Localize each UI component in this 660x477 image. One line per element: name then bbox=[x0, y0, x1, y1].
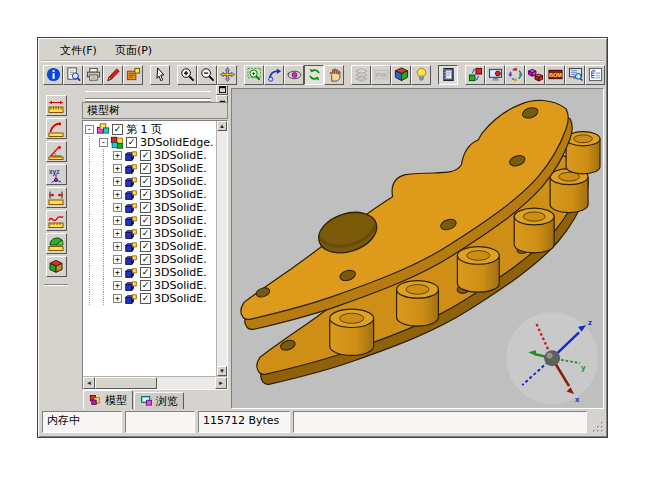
tree-node[interactable]: -✓3DSolidEdge. bbox=[85, 136, 216, 149]
tree-vertical-scrollbar[interactable]: ▲ ▼ bbox=[216, 121, 227, 376]
zoom-out-button[interactable] bbox=[197, 65, 217, 85]
cube-3d-button[interactable] bbox=[391, 65, 411, 85]
measure-coordinate-button[interactable]: xyz bbox=[46, 164, 67, 185]
printer-button[interactable] bbox=[83, 65, 103, 85]
zoom-window-button[interactable] bbox=[244, 65, 264, 85]
3d-model-canvas[interactable]: zxy bbox=[232, 89, 603, 408]
tree-node-label[interactable]: 3DSolidE. bbox=[154, 175, 207, 188]
spin-animation-button[interactable] bbox=[505, 65, 525, 85]
node-visibility-checkbox[interactable]: ✓ bbox=[140, 267, 151, 278]
node-visibility-checkbox[interactable]: ✓ bbox=[140, 163, 151, 174]
menu-item-2[interactable]: 页面(P) bbox=[108, 42, 159, 59]
measure-curve-button[interactable] bbox=[46, 210, 67, 231]
panel-drag-grip[interactable] bbox=[85, 91, 211, 99]
scrollbar-thumb[interactable] bbox=[95, 377, 157, 389]
pan-hand-button[interactable] bbox=[324, 65, 344, 85]
export-button[interactable] bbox=[123, 65, 143, 85]
tab-模型[interactable]: 模型 bbox=[83, 390, 133, 409]
expand-node-button[interactable]: + bbox=[113, 190, 122, 199]
scroll-left-button[interactable]: ◄ bbox=[83, 377, 95, 389]
expand-node-button[interactable]: + bbox=[113, 229, 122, 238]
tree-node-label[interactable]: 3DSolidEdge. bbox=[140, 136, 213, 149]
expand-node-button[interactable]: + bbox=[113, 216, 122, 225]
layers-button[interactable] bbox=[351, 65, 371, 85]
tree-node-label[interactable]: 3DSolidE. bbox=[154, 188, 207, 201]
lightbulb-button[interactable] bbox=[411, 65, 431, 85]
node-visibility-checkbox[interactable]: ✓ bbox=[140, 150, 151, 161]
measure-angle-button[interactable] bbox=[46, 141, 67, 162]
collapse-node-button[interactable]: - bbox=[99, 138, 108, 147]
expand-node-button[interactable]: + bbox=[113, 177, 122, 186]
tree-node[interactable]: +✓3DSolidE. bbox=[85, 162, 216, 175]
expand-node-button[interactable]: + bbox=[113, 281, 122, 290]
tree-node-label[interactable]: 3DSolidE. bbox=[154, 292, 207, 305]
node-visibility-checkbox[interactable]: ✓ bbox=[140, 293, 151, 304]
pan-arrows-button[interactable] bbox=[217, 65, 237, 85]
info-button[interactable] bbox=[43, 65, 63, 85]
orbit-rotate-button[interactable] bbox=[284, 65, 304, 85]
scroll-right-button[interactable]: ► bbox=[215, 377, 227, 389]
tree-node[interactable]: +✓3DSolidE. bbox=[85, 227, 216, 240]
zoom-dynamic-button[interactable] bbox=[264, 65, 284, 85]
refresh-button[interactable] bbox=[304, 65, 324, 85]
tree-node[interactable]: -✓第 1 页 bbox=[85, 123, 216, 136]
tree-node-label[interactable]: 3DSolidE. bbox=[154, 266, 207, 279]
tree-node[interactable]: +✓3DSolidE. bbox=[85, 292, 216, 305]
notebook-button[interactable] bbox=[438, 65, 458, 85]
tree-node[interactable]: +✓3DSolidE. bbox=[85, 253, 216, 266]
select-cursor-button[interactable] bbox=[150, 65, 170, 85]
scrollbar-track[interactable] bbox=[157, 377, 215, 389]
tree-node[interactable]: +✓3DSolidE. bbox=[85, 266, 216, 279]
expand-node-button[interactable]: + bbox=[113, 294, 122, 303]
menu-item-1[interactable]: 文件(F) bbox=[53, 42, 104, 59]
measure-arc-button[interactable] bbox=[46, 118, 67, 139]
node-visibility-checkbox[interactable]: ✓ bbox=[112, 124, 123, 135]
node-visibility-checkbox[interactable]: ✓ bbox=[140, 228, 151, 239]
render-monitor-button[interactable] bbox=[485, 65, 505, 85]
tree-node[interactable]: +✓3DSolidE. bbox=[85, 214, 216, 227]
node-visibility-checkbox[interactable]: ✓ bbox=[140, 189, 151, 200]
preview-monitor-button[interactable] bbox=[565, 65, 585, 85]
expand-node-button[interactable]: + bbox=[113, 242, 122, 251]
tree-node-label[interactable]: 3DSolidE. bbox=[154, 149, 207, 162]
node-visibility-checkbox[interactable]: ✓ bbox=[140, 176, 151, 187]
tree-node-label[interactable]: 3DSolidE. bbox=[154, 253, 207, 266]
tree-node-label[interactable]: 3DSolidE. bbox=[154, 240, 207, 253]
tree-node-label[interactable]: 第 1 页 bbox=[126, 122, 162, 137]
tab-浏览[interactable]: 浏览 bbox=[134, 392, 184, 409]
viewport-3d[interactable]: zxy bbox=[231, 88, 604, 409]
measure-distance-button[interactable] bbox=[46, 95, 67, 116]
tree-node[interactable]: +✓3DSolidE. bbox=[85, 175, 216, 188]
float-panel-button[interactable] bbox=[216, 85, 228, 95]
expand-node-button[interactable]: + bbox=[113, 203, 122, 212]
node-visibility-checkbox[interactable]: ✓ bbox=[140, 202, 151, 213]
node-visibility-checkbox[interactable]: ✓ bbox=[140, 241, 151, 252]
expand-node-button[interactable]: + bbox=[113, 164, 122, 173]
print-preview-button[interactable] bbox=[63, 65, 83, 85]
measure-area-button[interactable] bbox=[46, 233, 67, 254]
model-tree-button[interactable] bbox=[585, 65, 605, 85]
zoom-in-button[interactable] bbox=[177, 65, 197, 85]
tree-node[interactable]: +✓3DSolidE. bbox=[85, 240, 216, 253]
tree-horizontal-scrollbar[interactable]: ◄ ► bbox=[83, 376, 227, 389]
bom-button[interactable]: BOM bbox=[545, 65, 565, 85]
tree-node-label[interactable]: 3DSolidE. bbox=[154, 279, 207, 292]
expand-node-button[interactable]: + bbox=[113, 151, 122, 160]
tree-node-label[interactable]: 3DSolidE. bbox=[154, 214, 207, 227]
tree-node-label[interactable]: 3DSolidE. bbox=[154, 162, 207, 175]
edit-pencil-button[interactable] bbox=[103, 65, 123, 85]
scroll-down-button[interactable]: ▼ bbox=[217, 366, 227, 376]
scroll-up-button[interactable]: ▲ bbox=[217, 121, 227, 131]
components-button[interactable] bbox=[465, 65, 485, 85]
node-visibility-checkbox[interactable]: ✓ bbox=[140, 280, 151, 291]
expand-node-button[interactable]: + bbox=[113, 268, 122, 277]
tree-node[interactable]: +✓3DSolidE. bbox=[85, 201, 216, 214]
expand-node-button[interactable]: + bbox=[113, 255, 122, 264]
measure-gap-button[interactable] bbox=[46, 187, 67, 208]
resize-grip[interactable] bbox=[590, 411, 604, 433]
tree-node-label[interactable]: 3DSolidE. bbox=[154, 201, 207, 214]
tree-node[interactable]: +✓3DSolidE. bbox=[85, 149, 216, 162]
node-visibility-checkbox[interactable]: ✓ bbox=[140, 254, 151, 265]
tree-node-label[interactable]: 3DSolidE. bbox=[154, 227, 207, 240]
node-visibility-checkbox[interactable]: ✓ bbox=[126, 137, 137, 148]
